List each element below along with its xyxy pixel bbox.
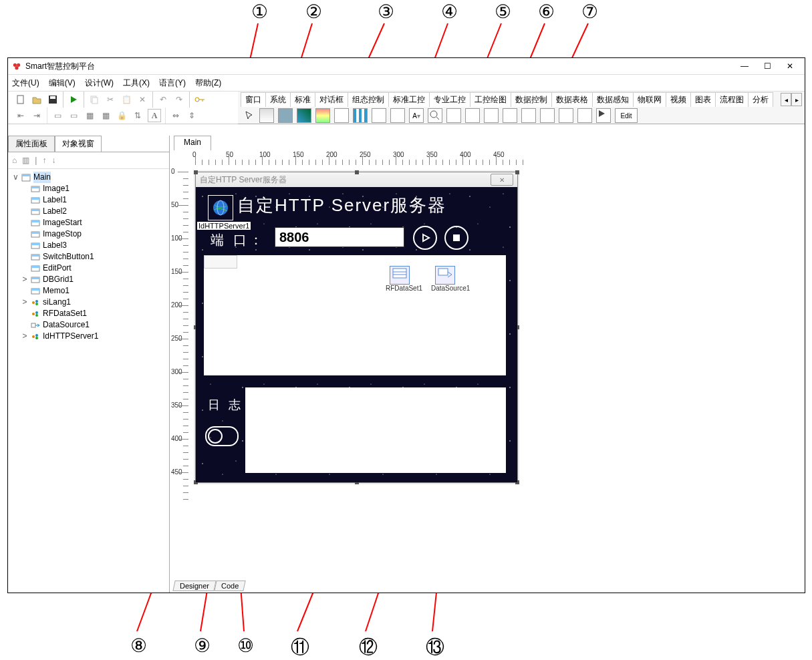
tree-item[interactable]: Image1 [21, 183, 165, 194]
menu-file[interactable]: 文件(U) [12, 77, 39, 89]
pointer-tool[interactable] [243, 110, 255, 122]
close-button[interactable]: ✕ [779, 59, 801, 73]
palette-comp-4[interactable] [315, 108, 330, 123]
palette-comp-3[interactable] [297, 108, 311, 123]
save-button[interactable] [47, 94, 59, 106]
tab-hmi[interactable]: 组态控制 [348, 92, 389, 107]
tab-data-grid[interactable]: 数据表格 [551, 92, 593, 107]
menu-edit[interactable]: 编辑(V) [49, 77, 76, 89]
designed-form[interactable]: 自定HTTP Server服务器 ✕ IdHTTPServer1 自定HTTP … [195, 172, 518, 483]
tree-item[interactable]: >IdHTTPServer1 [21, 331, 165, 342]
palette-comp-15[interactable] [521, 108, 536, 123]
palette-comp-1[interactable] [259, 108, 274, 123]
tab-ind-draw[interactable]: 工控绘图 [470, 92, 511, 107]
tree-item[interactable]: Label3 [21, 240, 165, 251]
object-tree[interactable]: ∨Main Image1Label1Label2ImageStartImageS… [8, 169, 169, 593]
tree-item[interactable]: >DBGrid1 [21, 274, 165, 285]
dbgrid[interactable] [204, 255, 506, 375]
tab-chart[interactable]: 图表 [690, 92, 716, 107]
design-canvas[interactable]: 自定HTTP Server服务器 ✕ IdHTTPServer1 自定HTTP … [188, 165, 805, 578]
palette-comp-16[interactable] [540, 108, 555, 123]
tab-dialog[interactable]: 对话框 [315, 92, 348, 107]
tab-designer[interactable]: Designer [172, 581, 216, 591]
port-input[interactable] [275, 227, 404, 247]
send-back-button[interactable]: ▭ [67, 110, 80, 122]
memo[interactable] [245, 387, 506, 473]
menu-design[interactable]: 设计(W) [85, 77, 114, 89]
menu-help[interactable]: 帮助(Z) [195, 77, 221, 89]
palette-comp-19[interactable] [596, 108, 611, 123]
tab-video[interactable]: 视频 [666, 92, 691, 107]
palette-comp-18[interactable] [577, 108, 592, 123]
palette-comp-7[interactable] [372, 108, 386, 123]
tree-item[interactable]: SwitchButton1 [21, 251, 165, 263]
align-left-button[interactable]: ⇤ [15, 110, 27, 122]
open-button[interactable] [31, 94, 43, 106]
tab-system[interactable]: 系统 [265, 92, 291, 107]
copy-button[interactable] [88, 94, 100, 106]
tree-item[interactable]: EditPort [21, 263, 165, 274]
tree-item[interactable]: Label1 [21, 194, 165, 206]
palette-comp-9[interactable]: A▾ [409, 108, 424, 123]
palette-comp-10[interactable] [428, 108, 442, 123]
redo-button[interactable]: ↷ [173, 94, 185, 106]
palette-comp-11[interactable] [446, 108, 461, 123]
tab-flow[interactable]: 流程图 [715, 92, 749, 107]
lp-tool-1[interactable]: ⌂ [12, 156, 17, 165]
stop-button[interactable] [444, 226, 468, 250]
tab-iot[interactable]: 物联网 [633, 92, 666, 107]
tab-standard[interactable]: 标准 [290, 92, 315, 107]
tab-analysis[interactable]: 分析 [748, 92, 773, 107]
rfdataset-component[interactable]: RFDataSet1 [386, 266, 414, 292]
start-button[interactable] [413, 226, 437, 250]
lp-tool-down[interactable]: ↓ [51, 156, 55, 165]
bring-front-button[interactable]: ▭ [51, 110, 63, 122]
ungroup-button[interactable]: ▦ [100, 110, 112, 122]
minimize-button[interactable]: — [734, 59, 755, 73]
tab-order-button[interactable]: ⇅ [132, 110, 144, 122]
tab-pro-ind[interactable]: 专业工控 [429, 92, 470, 107]
tree-root[interactable]: Main [33, 172, 51, 183]
tab-properties[interactable]: 属性面板 [8, 136, 55, 152]
form-tab-main[interactable]: Main [174, 136, 211, 150]
tab-data-ctrl[interactable]: 数据控制 [511, 92, 552, 107]
lp-tool-up[interactable]: ↑ [42, 156, 46, 165]
tree-item[interactable]: DataSource1 [21, 319, 165, 331]
palette-comp-13[interactable] [484, 108, 499, 123]
menu-lang[interactable]: 语言(Y) [159, 77, 186, 89]
palette-comp-8[interactable] [390, 108, 405, 123]
undo-button[interactable]: ↶ [157, 94, 169, 106]
palette-comp-14[interactable] [503, 108, 517, 123]
tab-data-aware[interactable]: 数据感知 [592, 92, 634, 107]
palette-comp-edit[interactable]: Edit [615, 108, 638, 123]
run-button[interactable] [67, 94, 80, 106]
text-button[interactable]: A [148, 109, 161, 122]
datasource-component[interactable]: DataSource1 [431, 266, 459, 292]
hdist-button[interactable]: ⇔ [170, 110, 182, 122]
switch-button[interactable] [205, 426, 239, 446]
align-right-button[interactable]: ⇥ [31, 110, 43, 122]
tab-object-view[interactable]: 对象视窗 [55, 136, 102, 152]
key-button[interactable] [194, 94, 206, 106]
tab-scroll-left[interactable]: ◂ [781, 93, 791, 106]
tab-scroll-right[interactable]: ▸ [791, 93, 802, 106]
tab-window[interactable]: 窗口 [241, 92, 266, 107]
menu-tools[interactable]: 工具(X) [123, 77, 150, 89]
new-button[interactable] [15, 94, 27, 106]
maximize-button[interactable]: ☐ [757, 59, 778, 73]
palette-comp-6[interactable] [353, 108, 368, 123]
cut-button[interactable]: ✂ [104, 94, 116, 106]
lp-tool-2[interactable]: ▥ [22, 156, 29, 165]
delete-button[interactable]: ✕ [136, 94, 148, 106]
group-button[interactable]: ▦ [84, 110, 96, 122]
tree-item[interactable]: >siLang1 [21, 297, 165, 308]
tree-item[interactable]: Memo1 [21, 285, 165, 297]
lock-button[interactable]: 🔒 [116, 110, 128, 122]
tree-item[interactable]: ImageStart [21, 217, 165, 228]
tree-item[interactable]: Label2 [21, 206, 165, 217]
tab-code[interactable]: Code [214, 581, 246, 591]
palette-comp-2[interactable] [278, 108, 293, 123]
palette-comp-12[interactable] [465, 108, 480, 123]
palette-comp-5[interactable] [334, 108, 349, 123]
vdist-button[interactable]: ⇕ [186, 110, 198, 122]
